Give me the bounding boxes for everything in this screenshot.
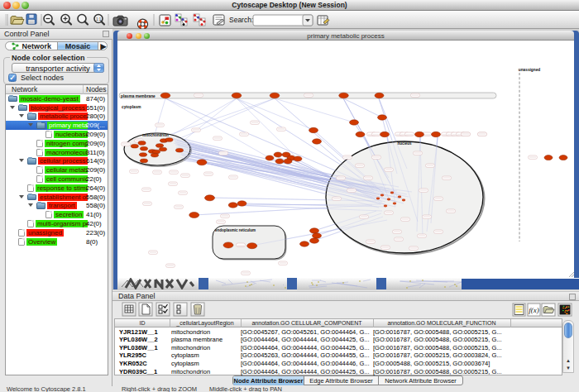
svg-text:1:1: 1:1 (96, 17, 102, 22)
svg-text:cytoplasm: cytoplasm (122, 105, 141, 109)
svg-text:f(x): f(x) (529, 306, 539, 314)
svg-text:Search:: Search: (229, 16, 253, 24)
svg-text:endoplasmic reticulum: endoplasmic reticulum (215, 228, 256, 232)
svg-text:mitochondrion: mitochondrion (142, 133, 169, 137)
svg-text:plasma membrane: plasma membrane (121, 94, 156, 98)
svg-text:nucleus: nucleus (397, 141, 412, 146)
svg-text:unassigned: unassigned (519, 68, 540, 72)
